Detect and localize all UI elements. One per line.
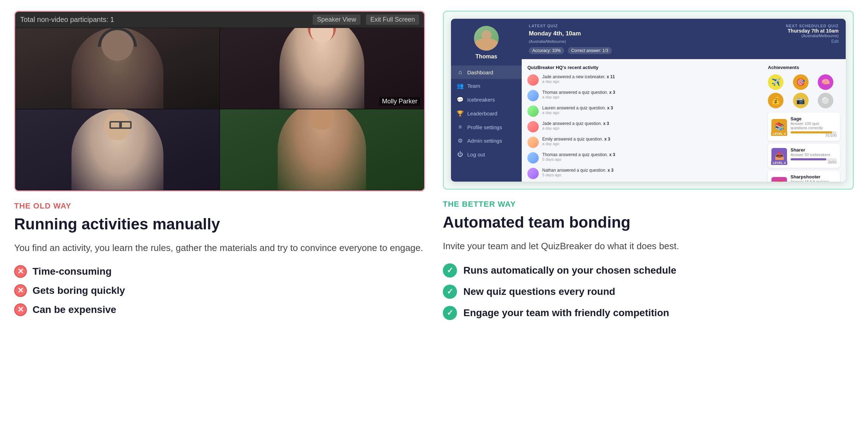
activity-item-5: Emily answered a quiz question. x 3 a da… — [527, 137, 762, 148]
pros-list: ✓ Runs automatically on your chosen sche… — [443, 263, 854, 320]
activity-time-7: 5 days ago — [542, 173, 762, 177]
latest-quiz-info: LATEST QUIZ Monday 4th, 10am (Australia/… — [529, 24, 612, 54]
left-column: Total non-video participants: 1 Speaker … — [14, 11, 425, 320]
activity-avatar-4 — [527, 121, 539, 132]
ach-icon-6: ⚪ — [818, 93, 833, 108]
dashboard-icon: ⌂ — [457, 69, 464, 75]
exit-fullscreen-btn[interactable]: Exit Full Screen — [366, 15, 419, 25]
activity-text-5: Emily answered a quiz question. x 3 — [542, 137, 762, 142]
cons-text-1: Time-consuming — [33, 266, 112, 277]
nav-profile-label: Profile settings — [467, 124, 502, 130]
activity-time-5: a day ago — [542, 142, 762, 146]
pros-icon-3: ✓ — [443, 306, 457, 320]
cons-item-3: ✕ Can be expensive — [14, 303, 425, 316]
nav-team[interactable]: 👥 Team — [451, 79, 522, 93]
cons-text-3: Can be expensive — [33, 304, 116, 315]
activity-count-6: x 3 — [609, 152, 615, 157]
pros-icon-2: ✓ — [443, 285, 457, 299]
sage-badge: 📚 LEVEL 4 — [771, 119, 787, 135]
activity-item-4: Jade answered a quiz question. x 3 a day… — [527, 121, 762, 132]
pros-icon-1: ✓ — [443, 263, 457, 278]
video-cell-1 — [15, 28, 220, 109]
right-column: Thomas ⌂ Dashboard 👥 Team 💬 Icebreaker — [443, 11, 854, 320]
activity-count-3: x 3 — [607, 105, 613, 110]
activity-action-1: answered a new icebreaker. — [552, 74, 605, 79]
activity-text-6: Thomas answered a quiz question. x 3 — [542, 152, 762, 157]
activity-time-3: a day ago — [542, 110, 762, 115]
nav-profile-settings[interactable]: ≡ Profile settings — [451, 120, 522, 134]
nav-leaderboard[interactable]: 🏆 Leaderboard — [451, 107, 522, 120]
edit-link[interactable]: Edit — [786, 39, 839, 44]
sharpshooter-desc: Answer 15 full quizzes perfectly — [791, 179, 837, 182]
app-header-bar: LATEST QUIZ Monday 4th, 10am (Australia/… — [522, 19, 846, 59]
activity-avatar-6 — [527, 152, 539, 164]
correct-badge: Correct answer: 1/3 — [568, 47, 612, 54]
nav-logout-label: Log out — [467, 152, 485, 158]
activity-action-6: answered a quiz question. — [559, 152, 608, 157]
achievement-card-sage: 📚 LEVEL 4 Sage Answer 100 quiz questions… — [768, 113, 840, 141]
ach-icon-4: 💰 — [768, 93, 783, 108]
nav-icebreakers[interactable]: 💬 Icebreakers — [451, 93, 522, 107]
cons-item-2: ✕ Gets boring quickly — [14, 284, 425, 297]
activity-time-4: a day ago — [542, 126, 762, 130]
nav-logout[interactable]: ⏻ Log out — [451, 148, 522, 161]
sage-desc: Answer 100 quiz questions correctly — [791, 121, 837, 130]
activity-item-7: Nathan answered a quiz question. x 3 5 d… — [527, 168, 762, 179]
nav-team-label: Team — [467, 83, 480, 89]
activity-count-5: x 3 — [604, 137, 610, 142]
activity-text-2: Thomas answered a quiz question. x 3 — [542, 90, 762, 95]
activity-count-7: x 3 — [608, 168, 614, 173]
cons-list: ✕ Time-consuming ✕ Gets boring quickly ✕… — [14, 265, 425, 316]
next-quiz-date: Thursday 7th at 10am — [786, 28, 839, 34]
activity-name-5: Emily — [542, 137, 552, 142]
video-grid: Molly Parker — [15, 28, 424, 190]
team-icon: 👥 — [457, 82, 464, 89]
nav-admin-settings[interactable]: ⚙ Admin settings — [451, 134, 522, 148]
activity-name-4: Jade — [542, 121, 551, 126]
old-way-label: THE OLD WAY — [14, 201, 425, 211]
activity-action-7: answered a quiz question. — [557, 168, 606, 173]
activity-text-4: Jade answered a quiz question. x 3 — [542, 121, 762, 126]
activity-avatar-3 — [527, 105, 539, 117]
sidebar-nav: ⌂ Dashboard 👥 Team 💬 Icebreakers 🏆 — [451, 65, 522, 161]
pros-text-2: New quiz questions every round — [463, 286, 615, 297]
activity-avatar-2 — [527, 90, 539, 101]
nav-dashboard-label: Dashboard — [467, 69, 493, 75]
participant-count-text: Total non-video participants: 1 — [20, 16, 114, 24]
quiz-stats: Accuracy: 33% Correct answer: 1/3 — [529, 47, 612, 54]
cons-icon-2: ✕ — [14, 284, 27, 297]
left-section-description: You find an activity, you learn the rule… — [14, 241, 425, 256]
video-header-controls: Speaker View Exit Full Screen — [313, 15, 419, 25]
nav-dashboard[interactable]: ⌂ Dashboard — [451, 65, 522, 79]
icebreakers-icon: 💬 — [457, 96, 464, 103]
profile-icon: ≡ — [457, 124, 464, 130]
activity-feed-title: QuizBreaker HQ's recent activity — [527, 65, 762, 70]
activity-content-2: Thomas answered a quiz question. x 3 a d… — [542, 90, 762, 99]
right-section-title: Automated team bonding — [443, 213, 854, 232]
pros-item-1: ✓ Runs automatically on your chosen sche… — [443, 263, 854, 278]
app-body: QuizBreaker HQ's recent activity Jade an… — [522, 59, 846, 182]
activity-name-6: Thomas — [542, 152, 557, 157]
activity-count-2: x 3 — [609, 90, 615, 95]
accuracy-badge: Accuracy: 33% — [529, 47, 564, 54]
activity-action-4: answered a quiz question. — [552, 121, 602, 126]
video-cell-2: Molly Parker — [220, 28, 424, 109]
speaker-view-btn[interactable]: Speaker View — [313, 15, 360, 25]
sharer-desc: Answer 50 icebreakers — [791, 153, 837, 157]
pros-item-2: ✓ New quiz questions every round — [443, 285, 854, 299]
cons-icon-1: ✕ — [14, 265, 27, 278]
latest-quiz-date: Monday 4th, 10am — [529, 30, 612, 37]
sharer-info: Sharer Answer 50 icebreakers 39/50 — [791, 147, 837, 164]
nav-icebreakers-label: Icebreakers — [467, 97, 495, 103]
activity-text-1: Jade answered a new icebreaker. x 11 — [542, 74, 762, 79]
activity-count-4: x 3 — [603, 121, 609, 126]
activity-avatar-1 — [527, 74, 539, 86]
activity-text-3: Lauren answered a quiz question. x 3 — [542, 105, 762, 110]
activity-time-1: a day ago — [542, 79, 762, 84]
activity-item-2: Thomas answered a quiz question. x 3 a d… — [527, 90, 762, 101]
achievement-icons-grid: ✈️ 🎯 🧠 💰 📷 ⚪ — [768, 74, 840, 108]
activity-time-6: 5 days ago — [542, 157, 762, 161]
latest-quiz-tz: (Australia/Melbourne) — [529, 39, 612, 44]
app-screenshot-wrapper: Thomas ⌂ Dashboard 👥 Team 💬 Icebreaker — [443, 11, 854, 190]
sidebar-avatar — [474, 26, 499, 51]
